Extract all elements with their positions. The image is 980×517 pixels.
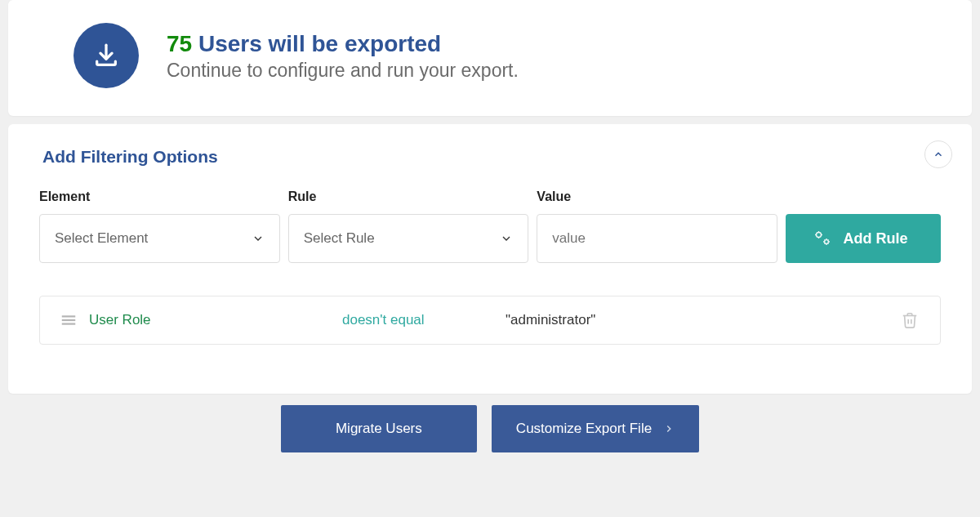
migrate-users-button[interactable]: Migrate Users bbox=[281, 405, 477, 452]
add-rule-label: Add Rule bbox=[844, 230, 908, 247]
bottom-action-bar: Migrate Users Customize Export File bbox=[0, 405, 980, 452]
value-input[interactable] bbox=[537, 214, 777, 263]
export-summary-card: 75 Users will be exported Continue to co… bbox=[8, 0, 972, 116]
drag-lines-icon bbox=[60, 311, 78, 329]
value-column: Value bbox=[537, 189, 777, 263]
export-summary-text: 75 Users will be exported Continue to co… bbox=[167, 29, 519, 82]
filter-rule-row: User Role doesn't equal "administrator" bbox=[39, 296, 941, 345]
delete-rule-button[interactable] bbox=[896, 306, 924, 334]
chevron-down-icon bbox=[500, 232, 513, 245]
svg-point-0 bbox=[824, 240, 828, 244]
export-count: 75 bbox=[167, 31, 192, 56]
rule-column: Rule Select Rule bbox=[288, 189, 529, 263]
export-summary-title: 75 Users will be exported bbox=[167, 29, 519, 58]
add-rule-button[interactable]: Add Rule bbox=[786, 214, 941, 263]
migrate-users-label: Migrate Users bbox=[336, 421, 422, 437]
chevron-right-icon bbox=[663, 423, 675, 435]
download-icon bbox=[74, 23, 139, 88]
rule-element-text: User Role bbox=[89, 312, 342, 328]
element-select-value: Select Element bbox=[55, 230, 148, 247]
filter-builder-row: Element Select Element Rule Select Rule … bbox=[39, 189, 941, 263]
customize-export-label: Customize Export File bbox=[516, 421, 652, 437]
element-label: Element bbox=[39, 189, 280, 204]
collapse-toggle[interactable] bbox=[924, 140, 952, 168]
filtering-section-title: Add Filtering Options bbox=[42, 147, 941, 167]
rule-select-value: Select Rule bbox=[304, 230, 375, 247]
rule-label: Rule bbox=[288, 189, 529, 204]
chevron-up-icon bbox=[933, 149, 944, 160]
value-label: Value bbox=[537, 189, 777, 204]
filtering-card: Add Filtering Options Element Select Ele… bbox=[8, 124, 972, 394]
rule-select[interactable]: Select Rule bbox=[288, 214, 529, 263]
export-subtitle: Continue to configure and run your expor… bbox=[167, 60, 519, 82]
export-title-suffix: Users will be exported bbox=[198, 31, 441, 56]
trash-icon bbox=[901, 311, 919, 329]
gears-icon bbox=[813, 229, 832, 248]
element-column: Element Select Element bbox=[39, 189, 280, 263]
customize-export-button[interactable]: Customize Export File bbox=[492, 405, 699, 452]
element-select[interactable]: Select Element bbox=[39, 214, 280, 263]
drag-handle[interactable] bbox=[60, 311, 78, 329]
rule-operator-text: doesn't equal bbox=[342, 312, 506, 328]
chevron-down-icon bbox=[252, 232, 265, 245]
rule-value-text: "administrator" bbox=[506, 312, 896, 328]
